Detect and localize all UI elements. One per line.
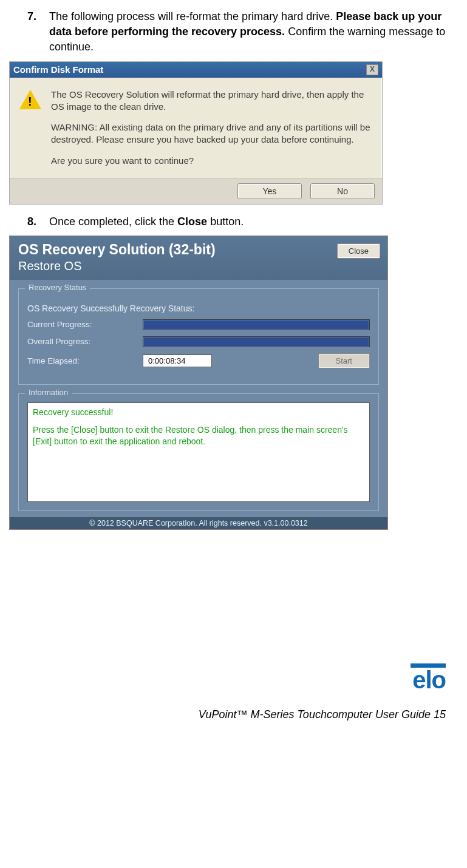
dialog-body: The OS Recovery Solution will reformat t…	[10, 78, 382, 178]
information-group: Information Recovery successful! Press t…	[18, 393, 379, 511]
status-text: OS Recovery Successfully Recovery Status…	[27, 303, 194, 313]
label: Overall Progress:	[27, 337, 143, 346]
yes-button[interactable]: Yes	[237, 183, 302, 199]
info-textbox: Recovery successful! Press the [Close] b…	[27, 402, 370, 502]
no-button[interactable]: No	[310, 183, 375, 199]
msg-line: Are you sure you want to continue?	[51, 155, 372, 167]
info-line: Recovery successful!	[33, 407, 364, 418]
dialog-button-row: Yes No	[10, 178, 382, 204]
msg-line: WARNING: All existing data on the primar…	[51, 121, 372, 146]
dialog-titles: OS Recovery Solution (32-bit) Restore OS	[18, 241, 216, 274]
footer-text: VuPoint™ M-Series Touchcomputer User Gui…	[9, 708, 446, 721]
start-button[interactable]: Start	[318, 353, 370, 368]
dialog-message: The OS Recovery Solution will reformat t…	[46, 89, 372, 175]
text: The following process will re-format the…	[49, 10, 336, 22]
step-8: 8. Once completed, click the Close butto…	[27, 214, 452, 229]
label: Time Elapsed:	[27, 356, 143, 365]
info-line: Press the [Close] button to exit the Res…	[33, 424, 364, 447]
confirm-dialog: Confirm Disk Format X The OS Recovery So…	[9, 61, 383, 205]
elo-logo: elo	[411, 663, 446, 691]
step-7: 7. The following process will re-format …	[27, 9, 452, 55]
warning-icon	[19, 89, 46, 175]
logo-text: elo	[411, 669, 446, 691]
page-footer: elo VuPoint™ M-Series Touchcomputer User…	[9, 663, 452, 721]
recovery-status-group: Recovery Status OS Recovery Successfully…	[18, 288, 379, 385]
dialog-title: Confirm Disk Format	[13, 64, 103, 75]
dialog-footer: © 2012 BSQUARE Corporation. All rights r…	[10, 517, 387, 529]
overall-progress-bar	[143, 336, 370, 347]
current-progress-bar	[143, 319, 370, 330]
group-label: Recovery Status	[25, 283, 90, 292]
dialog-titlebar: Confirm Disk Format X	[10, 62, 382, 78]
dialog-subtitle: Restore OS	[18, 259, 216, 274]
group-label: Information	[25, 388, 72, 397]
status-row: OS Recovery Successfully Recovery Status…	[27, 303, 370, 313]
step-text: The following process will re-format the…	[49, 9, 452, 55]
text: button.	[207, 215, 244, 228]
msg-line: The OS Recovery Solution will reformat t…	[51, 89, 372, 114]
step-text: Once completed, click the Close button.	[49, 214, 452, 229]
step-number: 7.	[27, 9, 49, 55]
time-elapsed-value: 0:00:08:34	[143, 354, 212, 367]
close-button[interactable]: Close	[337, 243, 380, 259]
label: Current Progress:	[27, 320, 143, 329]
recovery-dialog: OS Recovery Solution (32-bit) Restore OS…	[9, 236, 388, 530]
text: Once completed, click the	[49, 215, 177, 228]
dialog-title: OS Recovery Solution (32-bit)	[18, 241, 216, 259]
current-progress-row: Current Progress:	[27, 319, 370, 330]
step-number: 8.	[27, 214, 49, 229]
dialog-header: OS Recovery Solution (32-bit) Restore OS…	[10, 236, 387, 280]
overall-progress-row: Overall Progress:	[27, 336, 370, 347]
time-row: Time Elapsed: 0:00:08:34 Start	[27, 353, 370, 368]
text-bold: Close	[177, 215, 207, 228]
close-icon[interactable]: X	[366, 64, 378, 75]
